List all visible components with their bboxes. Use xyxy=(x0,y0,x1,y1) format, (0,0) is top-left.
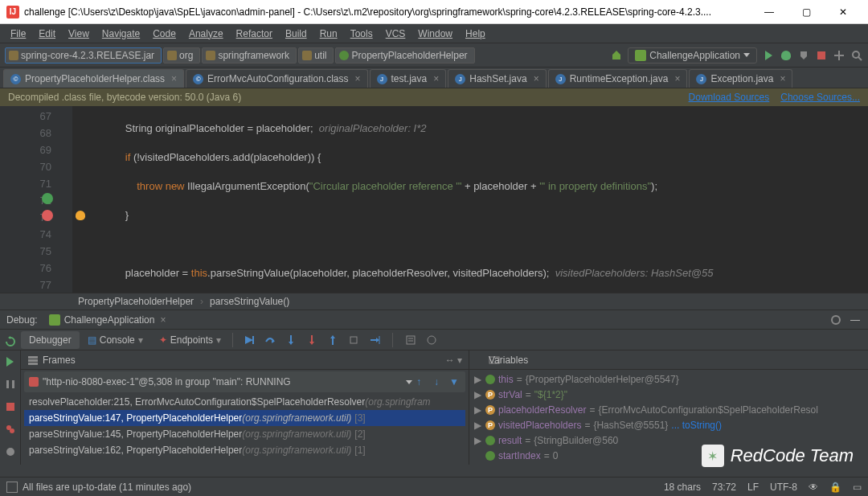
tab-runtimeexception[interactable]: JRuntimeException.java× xyxy=(548,69,688,88)
menu-tools[interactable]: Tools xyxy=(345,27,379,41)
intention-bulb-icon[interactable] xyxy=(76,211,85,220)
step-out-icon[interactable] xyxy=(326,334,339,346)
variable-row[interactable]: startIndex = 0 xyxy=(474,448,863,463)
filter-icon[interactable]: ▼ xyxy=(448,375,461,388)
code-editor[interactable]: 67 68 69 70 71 72 73 74 75 76 77 String … xyxy=(0,106,868,293)
git-icon[interactable] xyxy=(833,49,845,62)
pause-icon[interactable] xyxy=(4,378,17,391)
menu-edit[interactable]: Edit xyxy=(33,27,61,41)
menu-view[interactable]: View xyxy=(63,27,95,41)
debug-session-tab[interactable]: ChallengeApplication × xyxy=(44,313,171,327)
menu-code[interactable]: Code xyxy=(147,27,182,41)
search-icon[interactable] xyxy=(850,49,863,62)
step-into-icon[interactable] xyxy=(285,334,297,346)
breakpoint-icon[interactable] xyxy=(42,210,53,221)
class-file-icon: © xyxy=(193,74,203,84)
variable-row[interactable]: ▶PplaceholderResolver = {ErrorMvcAutoCon… xyxy=(474,402,863,417)
debug-button[interactable] xyxy=(780,49,792,62)
tab-close-icon[interactable]: × xyxy=(355,73,361,84)
step-over-icon[interactable] xyxy=(264,334,276,346)
stack-frame[interactable]: parseStringValue:162, PropertyPlaceholde… xyxy=(24,442,465,458)
force-step-into-icon[interactable] xyxy=(305,334,318,346)
inspect-icon[interactable]: 👁 xyxy=(809,482,818,493)
tab-close-icon[interactable]: × xyxy=(780,73,785,84)
build-icon[interactable] xyxy=(610,49,623,62)
minimize-button[interactable]: — xyxy=(751,0,788,24)
file-encoding[interactable]: UTF-8 xyxy=(770,482,797,493)
caret-position[interactable]: 73:72 xyxy=(712,482,736,493)
run-config-select[interactable]: ChallengeApplication xyxy=(628,47,757,64)
variables-list[interactable]: ▶this = {PropertyPlaceholderHelper@5547}… xyxy=(469,370,868,465)
tab-test[interactable]: Jtest.java× xyxy=(370,69,447,88)
variable-row[interactable]: ▶PvisitedPlaceholders = {HashSet@5551} .… xyxy=(474,417,863,432)
stack-frame[interactable]: parseStringValue:147, PropertyPlaceholde… xyxy=(24,410,465,426)
view-breakpoints-icon[interactable] xyxy=(4,423,17,436)
gutter[interactable]: 67 68 69 70 71 72 73 74 75 76 77 xyxy=(0,106,72,293)
stop-icon[interactable] xyxy=(4,400,17,413)
stack-frames-list[interactable]: resolvePlaceholder:215, ErrorMvcAutoConf… xyxy=(21,394,469,465)
debugger-tab[interactable]: Debugger xyxy=(21,331,80,349)
trace-icon[interactable] xyxy=(425,334,438,346)
crumb-pkg-util[interactable]: util xyxy=(298,47,334,64)
crumb-pkg-org[interactable]: org xyxy=(163,47,200,64)
lock-icon[interactable]: 🔒 xyxy=(829,482,841,493)
choose-sources-link[interactable]: Choose Sources... xyxy=(780,92,860,103)
tab-hashset[interactable]: JHashSet.java× xyxy=(448,69,546,88)
variable-row[interactable]: ▶result = {StringBuilder@560 xyxy=(474,432,863,448)
resume-icon[interactable] xyxy=(4,355,17,368)
run-to-cursor-icon[interactable] xyxy=(368,334,381,346)
memory-icon[interactable]: ▭ xyxy=(853,482,862,493)
variable-row[interactable]: ▶PstrVal = "${1*2}" xyxy=(474,387,863,402)
tab-close-icon[interactable]: × xyxy=(674,73,680,84)
crumb-class[interactable]: PropertyPlaceholderHelper xyxy=(335,47,474,64)
status-icon[interactable] xyxy=(6,482,18,493)
code-area[interactable]: String originalPlaceholder = placeholder… xyxy=(72,106,868,293)
tab-propertyplaceholderhelper[interactable]: ©PropertyPlaceholderHelper.class× xyxy=(3,69,184,88)
run-button[interactable] xyxy=(762,49,775,62)
variable-row[interactable]: ▶this = {PropertyPlaceholderHelper@5547} xyxy=(474,371,863,387)
crumb-method[interactable]: parseStringValue() xyxy=(210,296,289,307)
menu-file[interactable]: File xyxy=(5,27,31,41)
rerun-icon[interactable] xyxy=(4,335,17,348)
drop-frame-icon[interactable] xyxy=(347,334,360,346)
menu-build[interactable]: Build xyxy=(280,27,313,41)
menu-refactor[interactable]: Refactor xyxy=(231,27,278,41)
thread-selector[interactable]: "http-nio-8080-exec-1"@5,308 in group "m… xyxy=(24,371,465,392)
tab-close-icon[interactable]: × xyxy=(433,73,439,84)
folder-icon xyxy=(206,51,215,60)
next-frame-icon[interactable]: ↓ xyxy=(430,375,443,388)
menu-analyze[interactable]: Analyze xyxy=(183,27,229,41)
tab-close-icon[interactable]: × xyxy=(534,73,539,84)
minimize-panel-icon[interactable]: — xyxy=(849,314,862,326)
svg-rect-30 xyxy=(28,356,38,359)
menu-vcs[interactable]: VCS xyxy=(380,27,411,41)
menu-run[interactable]: Run xyxy=(314,27,343,41)
coverage-button[interactable] xyxy=(797,49,810,62)
stack-frame[interactable]: resolvePlaceholder:215, ErrorMvcAutoConf… xyxy=(24,394,465,410)
maximize-button[interactable]: ▢ xyxy=(788,0,825,24)
line-ending[interactable]: LF xyxy=(747,482,759,493)
menu-navigate[interactable]: Navigate xyxy=(96,27,145,41)
console-tab[interactable]: ▤Console▾ xyxy=(80,331,151,349)
tab-exception[interactable]: JException.java× xyxy=(689,69,792,88)
endpoints-tab[interactable]: ✦Endpoints▾ xyxy=(151,331,229,349)
tab-close-icon[interactable]: × xyxy=(171,73,177,84)
show-exec-point-icon[interactable] xyxy=(243,334,256,346)
resume-mark-icon[interactable] xyxy=(42,193,53,204)
menu-help[interactable]: Help xyxy=(460,27,491,41)
stack-frame[interactable]: parseStringValue:145, PropertyPlaceholde… xyxy=(24,426,465,442)
stop-button[interactable] xyxy=(815,49,828,62)
panel-opts-icon[interactable]: ↔ ▾ xyxy=(445,355,462,366)
menu-window[interactable]: Window xyxy=(412,27,458,41)
crumb-jar[interactable]: spring-core-4.2.3.RELEASE.jar xyxy=(5,47,162,64)
download-sources-link[interactable]: Download Sources xyxy=(689,92,770,103)
tab-errormvc[interactable]: ©ErrorMvcAutoConfiguration.class× xyxy=(186,69,367,88)
crumb-pkg-sf[interactable]: springframework xyxy=(202,47,297,64)
crumb-class2[interactable]: PropertyPlaceholderHelper xyxy=(78,296,194,307)
close-icon[interactable]: × xyxy=(160,314,166,326)
settings-icon[interactable] xyxy=(829,314,842,326)
mute-breakpoints-icon[interactable] xyxy=(4,445,17,458)
evaluate-icon[interactable] xyxy=(404,334,417,346)
prev-frame-icon[interactable]: ↑ xyxy=(412,375,425,388)
close-button[interactable]: ✕ xyxy=(825,0,862,24)
